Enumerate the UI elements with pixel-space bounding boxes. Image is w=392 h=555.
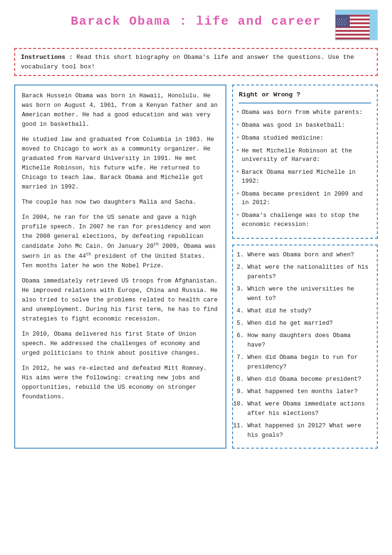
instructions-label: Instructions : xyxy=(21,54,73,61)
questions-list: Where was Obama born and when? What were… xyxy=(239,250,371,440)
row-item-1: Obama was born from white parents: xyxy=(239,108,371,117)
right-column: Right or Wrong ? Obama was born from whi… xyxy=(232,85,378,449)
question-8: When did Obama become president? xyxy=(247,375,371,384)
question-4: What did he study? xyxy=(247,306,371,316)
row-item-5: Barack Obama married Michelle in 1992: xyxy=(239,168,371,186)
question-1: Where was Obama born and when? xyxy=(247,250,371,260)
instructions-box: Instructions : Read this short biography… xyxy=(14,48,378,76)
question-7: When did Obama begin to run for presiden… xyxy=(247,353,371,372)
question-5: When did he get married? xyxy=(247,319,371,328)
row-item-7: Obama's challenge was to stop the econom… xyxy=(239,211,371,229)
bio-para-3: The couple has now two daughters Malia a… xyxy=(22,198,219,207)
question-3: Which were the universities he went to? xyxy=(247,284,371,303)
row-item-2: Obama was good in basketball: xyxy=(239,121,371,130)
biography-box: Barack Hussein Obama was born in Hawaii,… xyxy=(14,85,226,449)
right-or-wrong-box: Right or Wrong ? Obama was born from whi… xyxy=(232,85,378,239)
bio-para-7: In 2012, he was re-elected and defeated … xyxy=(22,364,219,402)
question-2: What were the nationalities of his paren… xyxy=(247,263,371,282)
row-item-4: He met Michelle Robinson at the universi… xyxy=(239,147,371,165)
flag-image: ★ ★ ★ ★ ★ ★ ★ ★ ★ ★ ★ ★ ★ ★ ★ ★ ★ ★ xyxy=(335,9,378,40)
bio-para-4: In 2004, he ran for the US senate and ga… xyxy=(22,213,219,271)
page-title: Barack Obama : life and career xyxy=(57,9,335,28)
row-item-6: Obama became president in 2009 and in 20… xyxy=(239,190,371,208)
question-6: How many daughters does Obama have? xyxy=(247,331,371,350)
main-content-row: Barack Hussein Obama was born in Hawaii,… xyxy=(14,85,378,449)
questions-box: Where was Obama born and when? What were… xyxy=(232,245,378,449)
question-10: What were Obama immediate actions after … xyxy=(247,399,371,418)
row-title: Right or Wrong ? xyxy=(239,90,371,103)
row-item-3: Obama studied medicine: xyxy=(239,134,371,143)
title-row: Barack Obama : life and career ★ ★ ★ ★ ★… xyxy=(14,9,378,40)
question-11: What happened in 2012? What were his goa… xyxy=(247,421,371,440)
question-9: What happened ten months later? xyxy=(247,387,371,396)
bio-para-6: In 2010, Obama delivered his first State… xyxy=(22,329,219,358)
bio-para-2: He studied law and graduated from Columb… xyxy=(22,135,219,192)
bio-para-1: Barack Hussein Obama was born in Hawaii,… xyxy=(22,91,219,129)
bio-para-5: Obama immediately retrieved US troops fr… xyxy=(22,276,219,324)
svg-rect-19 xyxy=(336,10,378,40)
